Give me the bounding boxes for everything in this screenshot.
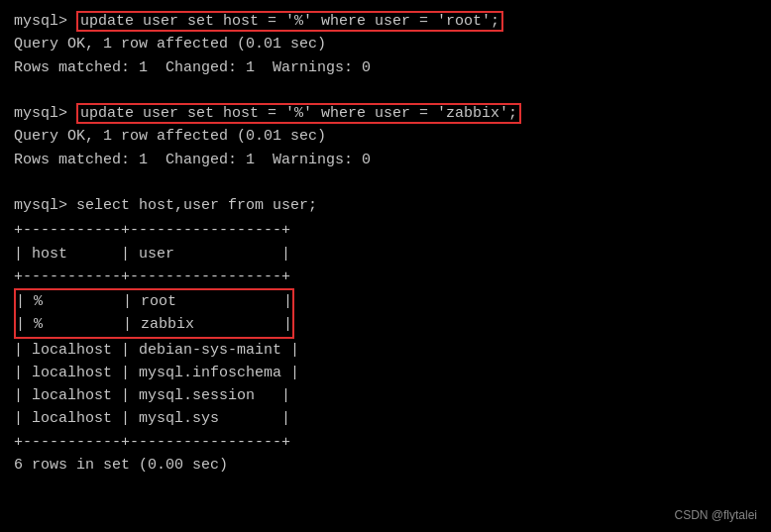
command-1-highlight: update user set host = '%' where user = … [76,11,503,32]
output-line-3: Query OK, 1 row affected (0.01 sec) [14,125,757,148]
highlighted-rows: | % | root | | % | zabbix | [14,288,294,339]
blank-1 [14,79,757,102]
command-line-2: mysql> update user set host = '%' where … [14,102,757,125]
table-row-session: | localhost | mysql.session | [14,384,757,407]
command-2-highlight: update user set host = '%' where user = … [76,103,521,124]
table-sep-mid: +-----------+-----------------+ [14,266,757,288]
output-line-2: Rows matched: 1 Changed: 1 Warnings: 0 [14,56,757,79]
table-row-debian: | localhost | debian-sys-maint | [14,339,757,362]
table-header: | host | user | [14,243,757,266]
table-row-zabbix: | % | zabbix | [16,313,292,336]
final-output: 6 rows in set (0.00 sec) [14,454,757,477]
table-sep-bottom: +-----------+-----------------+ [14,431,757,454]
table-row-sys: | localhost | mysql.sys | [14,407,757,430]
table-sep-top: +-----------+-----------------+ [14,219,757,242]
prompt-1: mysql> [14,13,76,30]
command-line-1: mysql> update user set host = '%' where … [14,10,757,33]
table-row-root: | % | root | [16,290,292,313]
output-line-1: Query OK, 1 row affected (0.01 sec) [14,33,757,55]
output-line-4: Rows matched: 1 Changed: 1 Warnings: 0 [14,149,757,171]
watermark: CSDN @flytalei [674,508,757,522]
table-row-infoschema: | localhost | mysql.infoschema | [14,362,757,384]
blank-2 [14,171,757,194]
prompt-2: mysql> [14,105,76,122]
command-line-3: mysql> select host,user from user; [14,194,757,217]
terminal-container: mysql> update user set host = '%' where … [14,10,757,477]
prompt-3: mysql> [14,197,76,214]
table: +-----------+-----------------+ | host |… [14,219,757,454]
